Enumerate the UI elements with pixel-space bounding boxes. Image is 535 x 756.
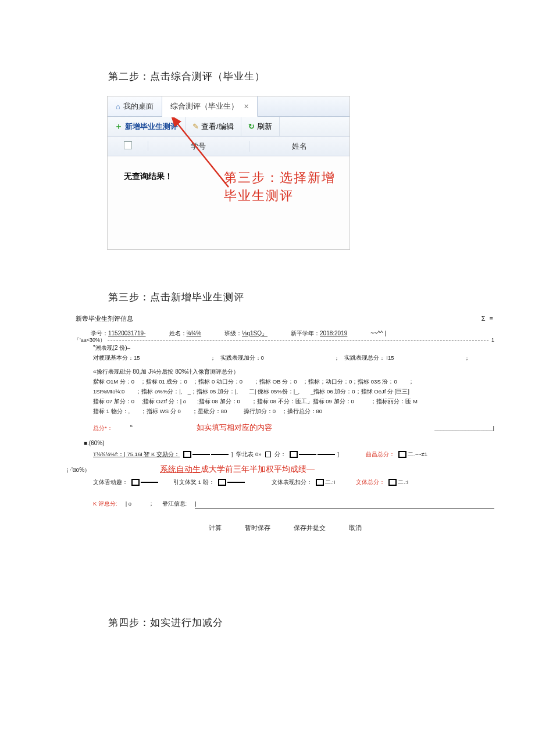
practice-scores-row: 对粳现基本分：15 ； 实践表现加分：0 ； 实跳表现总分： I15 ； xyxy=(93,353,494,363)
tail-text: ~~^^ | xyxy=(370,329,386,338)
auto-calc-note: 系统自动生成大学前三年半加权平均成绩— xyxy=(160,463,315,476)
eval-panel-screenshot: ⌂ 我的桌面 综合测评（毕业生） ✕ ＋ 新增毕业生测评 ✎ 查看/编辑 ↻ 刷… xyxy=(107,96,350,250)
sec2-d: 曲昌总分： xyxy=(366,450,395,458)
base-score: 对粳现基本分：15 xyxy=(93,353,140,362)
header-student-id: 学号 xyxy=(148,141,249,152)
sec1-line1: "潮表现(2 份)– xyxy=(93,343,494,353)
indicator-row3: 指标 07 加分：0 ;指标 OZtf 分：| o ;指标 08 加分：0 ；指… xyxy=(93,396,494,406)
form-buttons: 计算 暂时保存 保存井提交 取消 xyxy=(76,523,494,533)
add-eval-button[interactable]: ＋ 新增毕业生测评 xyxy=(108,117,186,136)
score-widget-1[interactable]: ] xyxy=(183,450,233,458)
sec3-header-row: ¡ ·'αο%） 系统自动生成大学前三年半加权平均成绩— xyxy=(76,461,494,476)
sec2-row: T¼¾¼%f:：| 75.16I 智 K 交励分： ] 学北表 0» 分： ] … xyxy=(93,449,494,459)
tab-bar: ⌂ 我的桌面 综合测评（毕业生） ✕ xyxy=(108,96,349,117)
toolbar: ＋ 新增毕业生测评 ✎ 查看/编辑 ↻ 刷新 xyxy=(108,117,349,137)
plus-icon: ＋ xyxy=(115,121,123,132)
auto-calc-link: 系统自动生 xyxy=(160,465,201,474)
total-score: ； 实跳表现总分： I15 xyxy=(334,353,394,362)
totals-label: 总分*： xyxy=(93,424,113,432)
score-widget-2[interactable]: ] xyxy=(290,450,339,458)
year-field: 新平学年：2018:2019 xyxy=(291,329,347,338)
section1-tail: 1 xyxy=(489,336,494,344)
score-widget-6[interactable]: 二.:I xyxy=(316,478,336,486)
refresh-button[interactable]: ↻ 刷新 xyxy=(241,117,280,136)
underline-right: ___________________| xyxy=(434,424,494,432)
score-widget-5[interactable] xyxy=(218,479,245,486)
score-widget-3[interactable]: 二.~~≠1 xyxy=(398,450,427,458)
quote-mark: “ xyxy=(130,422,133,434)
student-info-row: 学号：11520031719- 姓名：¾¾% 班级：⅛q1SQ」 新平学年：20… xyxy=(76,328,494,339)
sec3-b: 引文体奖 1 盼： xyxy=(173,478,215,486)
sec2-a: T¼¾¼%f:：| 75.16I 智 K 交励分： xyxy=(93,450,180,458)
home-icon: ⌂ xyxy=(116,102,120,111)
final-info-value: | xyxy=(195,499,494,508)
eval-form: 新帝毕业生剂评信息 Σ ≡ 学号：11520031719- 姓名：¾¾% 班级：… xyxy=(76,314,494,533)
form-title: 新帝毕业生剂评信息 xyxy=(76,314,133,324)
step4-heading: 第四步：如实进行加减分 xyxy=(108,616,223,629)
select-all-checkbox[interactable] xyxy=(124,141,132,149)
save-submit-button[interactable]: 保存井提交 xyxy=(294,523,326,533)
indicator-row1: 揩标 O1M 分：0 ；指标 01 成分：0 ；指标 0 动口分：0 ；指标 O… xyxy=(93,377,494,386)
score-widget-4[interactable] xyxy=(131,479,158,486)
header-name: 姓名 xyxy=(249,141,350,152)
score-widget-7[interactable]: 二.:I xyxy=(388,478,408,486)
sec3-label: ¡ ·'αο%） xyxy=(66,465,90,475)
save-temp-button[interactable]: 暂时保存 xyxy=(245,523,270,533)
sec3-c: 文体表现扣分： xyxy=(272,478,312,486)
sec2-c: 分： xyxy=(274,450,286,458)
tab-eval-label: 综合测评（毕业生） xyxy=(170,101,238,112)
sec3-row: 文体舌动趣： 引文体奖 1 盼： 文体表现扣分： 二.:I 文体总分： 二.:I xyxy=(93,477,494,487)
sec3-d: 文体总分： xyxy=(356,478,385,486)
refresh-label: 刷新 xyxy=(257,121,272,132)
close-icon[interactable]: ✕ xyxy=(244,103,249,110)
section3-body: 文体舌动趣： 引文体奖 1 盼： 文体表现扣分： 二.:I 文体总分： 二.:I xyxy=(76,476,494,488)
tab-home[interactable]: ⌂ 我的桌面 xyxy=(108,96,162,116)
class-field: 班级：⅛q1SQ」 xyxy=(224,329,268,338)
section2-body: T¼¾¼%f:：| 75.16I 智 K 交励分： ] 学北表 0» 分： ] … xyxy=(76,448,494,460)
totals-row: 总分*： “ 如实填写相对应的内容 ___________________| xyxy=(93,421,494,435)
table-header-row: 学号 姓名 xyxy=(108,137,349,156)
sec3-a: 文体舌动趣： xyxy=(93,478,128,486)
sec2-b: 学北表 0» xyxy=(236,450,261,458)
bonus-score: ； 实践表现加分：0 xyxy=(210,353,264,362)
step2-heading: 第二步：点击综合测评（毕业生） xyxy=(108,70,265,83)
header-checkbox-cell xyxy=(108,141,148,151)
refresh-icon: ↻ xyxy=(248,122,255,131)
indicator-row2: 1St%Mto¼:0 ；指标 o%%分：|, _；指标 05 加分：|, 二| … xyxy=(93,386,494,396)
section1-label: 「'aa<30%） xyxy=(74,336,108,344)
annotation-text: 第三步：选择新增 毕业生测评 xyxy=(224,169,336,205)
tab-home-label: 我的桌面 xyxy=(123,101,154,112)
cancel-button[interactable]: 取消 xyxy=(349,523,362,533)
form-title-row: 新帝毕业生剂评信息 Σ ≡ xyxy=(76,314,494,324)
add-eval-label: 新增毕业生测评 xyxy=(125,121,178,132)
section1-body: "潮表现(2 份)– 对粳现基本分：15 ； 实践表现加分：0 ； 实跳表现总分… xyxy=(76,342,494,436)
view-edit-button[interactable]: ✎ 查看/编辑 xyxy=(186,117,241,136)
calculate-button[interactable]: 计算 xyxy=(209,523,222,533)
final-total-label: K 评总分: xyxy=(93,499,117,508)
step3-heading: 第三步：点击新增毕业生测评 xyxy=(108,291,244,304)
final-total-row: K 评总分: | o ； 脊江信息: | xyxy=(76,499,494,509)
sec1-line2: «操行表现砒分 80,加 J¼分后按 80%计入像育测评总分） xyxy=(93,367,494,377)
final-total-value: | o ； xyxy=(126,499,154,508)
form-icons: Σ ≡ xyxy=(482,314,494,324)
section1-divider: 「'aa<30%） 1 xyxy=(76,341,494,341)
final-info-label: 脊江信息: xyxy=(162,499,187,508)
indicator-row4: 指标 1 物分：, ；指标 WS 分 0 ；星砒分：80 操行加分：0 ；操行总… xyxy=(93,406,494,416)
edit-icon: ✎ xyxy=(192,122,199,131)
trailing-semi: ； xyxy=(464,353,470,362)
student-name-field: 姓名：¾¾% xyxy=(169,329,202,338)
tab-eval[interactable]: 综合测评（毕业生） ✕ xyxy=(162,96,258,117)
fill-truthfully-note: 如实填写相对应的内容 xyxy=(197,422,272,434)
view-edit-label: 查看/编辑 xyxy=(201,121,234,132)
sec2-label: ■.(60%) xyxy=(76,435,494,448)
small-box-icon xyxy=(265,452,271,457)
